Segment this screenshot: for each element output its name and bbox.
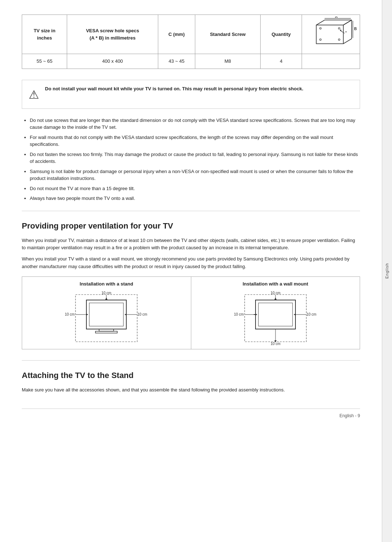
sidebar: English <box>382 0 392 542</box>
svg-point-14 <box>338 39 340 41</box>
stand-section-heading: Attaching the TV to the Stand <box>22 369 360 381</box>
list-item: Do not fasten the screws too firmly. Thi… <box>30 151 360 165</box>
svg-text:10 cm: 10 cm <box>138 312 147 316</box>
svg-marker-16 <box>340 29 342 32</box>
vesa-diagram-svg: A B * <box>304 17 358 50</box>
wallmount-diagram-svg: 10 cm 10 cm 10 cm 10 cm <box>234 291 317 345</box>
diagram-stand-panel: Installation with a stand 10 cm <box>22 277 191 349</box>
diagram-stand-svg-area: 10 cm 10 cm 10 cm <box>26 291 187 345</box>
svg-rect-19 <box>86 300 126 329</box>
page-footer: English - 9 <box>22 408 360 419</box>
svg-text:B: B <box>354 27 356 31</box>
page-number: English - 9 <box>339 413 360 418</box>
warning-text: Do not install your wall mount kit while… <box>45 85 303 93</box>
sidebar-label: English <box>384 263 390 279</box>
svg-line-4 <box>343 20 352 25</box>
svg-marker-46 <box>274 297 277 300</box>
svg-marker-29 <box>86 313 88 316</box>
cell-tv-size: 55 ~ 65 <box>22 54 67 69</box>
svg-text:10 cm: 10 cm <box>234 312 244 316</box>
vesa-table: TV size ininches VESA screw hole specs(A… <box>22 15 360 69</box>
list-item: Do not use screws that are longer than t… <box>30 117 360 131</box>
col-quantity: Quantity <box>261 15 302 54</box>
svg-rect-34 <box>258 303 293 326</box>
ventilation-para-2: When you install your TV with a stand or… <box>22 255 360 271</box>
col-standard-screw: Standard Screw <box>195 15 260 54</box>
diagrams-container: Installation with a stand 10 cm <box>22 276 360 350</box>
cell-standard-screw: M8 <box>195 54 260 69</box>
bullet-list: Do not use screws that are longer than t… <box>30 117 360 202</box>
svg-rect-0 <box>316 25 343 44</box>
svg-marker-45 <box>294 313 296 316</box>
table-row: 55 ~ 65 400 x 400 43 ~ 45 M8 4 <box>22 54 360 69</box>
diagram-wallmount-panel: Installation with a wall mount 10 cm <box>191 277 360 349</box>
svg-rect-20 <box>89 303 123 326</box>
list-item: Do not mount the TV at more than a 15 de… <box>30 185 360 192</box>
diagram-wallmount-title: Installation with a wall mount <box>242 280 308 288</box>
col-c-mm: C (mm) <box>158 15 195 54</box>
main-content: TV size ininches VESA screw hole specs(A… <box>0 0 382 542</box>
cell-c-mm: 43 ~ 45 <box>158 54 195 69</box>
svg-rect-33 <box>256 300 295 329</box>
col-tv-size: TV size ininches <box>22 15 67 54</box>
svg-line-1 <box>316 20 324 25</box>
section-divider-2 <box>22 360 360 361</box>
cell-diagram-empty <box>302 54 360 69</box>
warning-box: ⚠ Do not install your wall mount kit whi… <box>22 80 360 109</box>
svg-text:*: * <box>346 30 347 34</box>
svg-text:10 cm: 10 cm <box>270 291 280 295</box>
svg-rect-22 <box>95 331 117 333</box>
diagram-wallmount-svg-area: 10 cm 10 cm 10 cm 10 cm <box>195 291 356 345</box>
list-item: Always have two people mount the TV onto… <box>30 195 360 202</box>
stand-diagram-svg: 10 cm 10 cm 10 cm <box>65 291 148 345</box>
col-diagram: A B * <box>302 15 360 54</box>
col-vesa-spec: VESA screw hole specs(A * B) in millimet… <box>67 15 158 54</box>
svg-line-5 <box>343 39 352 44</box>
svg-text:10 cm: 10 cm <box>306 312 316 316</box>
cell-vesa-spec: 400 x 400 <box>67 54 158 69</box>
svg-text:A: A <box>335 17 338 19</box>
list-item: Samsung is not liable for product damage… <box>30 168 360 182</box>
svg-point-11 <box>320 28 322 29</box>
svg-point-12 <box>338 28 340 29</box>
diagram-stand-title: Installation with a stand <box>80 280 133 288</box>
cell-quantity: 4 <box>261 54 302 69</box>
svg-rect-18 <box>75 295 137 342</box>
ventilation-heading: Providing proper ventilation for your TV <box>22 220 360 232</box>
svg-text:10 cm: 10 cm <box>65 312 75 316</box>
stand-section-para: Make sure you have all the accessories s… <box>22 386 360 394</box>
svg-point-13 <box>320 39 322 41</box>
list-item: For wall mounts that do not comply with … <box>30 134 360 148</box>
section-divider <box>22 211 360 211</box>
svg-marker-31 <box>105 297 107 300</box>
ventilation-para-1: When you install your TV, maintain a dis… <box>22 237 360 252</box>
warning-icon: ⚠ <box>29 86 39 103</box>
svg-marker-30 <box>124 313 127 316</box>
svg-marker-44 <box>255 313 257 316</box>
svg-text:10 cm: 10 cm <box>102 291 111 295</box>
